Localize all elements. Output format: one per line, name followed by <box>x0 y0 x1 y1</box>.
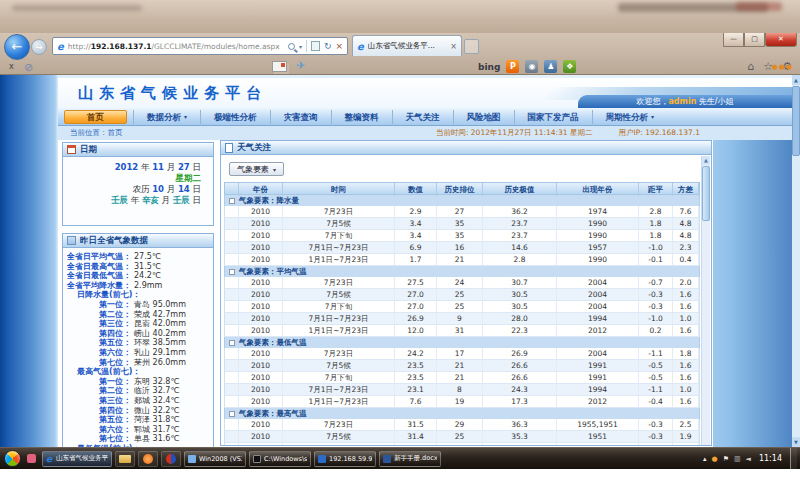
scroll-up-icon[interactable]: ▲ <box>702 156 710 165</box>
blocked-icon[interactable]: ⊘ <box>24 61 33 74</box>
close-button[interactable]: ✕ <box>765 33 797 47</box>
browser-tab[interactable]: e 山东省气候业务平... × <box>352 35 462 56</box>
nav-item-9[interactable]: 周期性分析▾ <box>592 110 668 124</box>
share-icon[interactable]: ❖ <box>563 60 576 73</box>
table-row[interactable]: 20107月23日31.52936.31955,1951-0.32.5 <box>224 419 700 431</box>
group-row[interactable]: 气象要素：平均气温 <box>224 266 700 277</box>
minimize-button[interactable]: — <box>723 33 744 47</box>
element-dropdown-button[interactable]: 气象要素 ▾ <box>229 162 284 176</box>
scrollbar-thumb[interactable] <box>792 86 800 156</box>
camera-icon[interactable]: ◉ <box>525 60 538 73</box>
table-row[interactable]: 20107月23日24.21726.92004-1.11.8 <box>224 348 700 360</box>
table-row[interactable]: 20107月23日27.52430.72004-0.72.0 <box>224 277 700 289</box>
nav-item-1[interactable]: 首页 <box>64 110 127 124</box>
new-tab-button[interactable] <box>464 39 479 54</box>
table-row[interactable]: 20107月1日~7月23日26.9928.01994-1.01.0 <box>224 313 700 325</box>
address-bar[interactable]: e http://192.168.137.1/GLCCLIMATE/module… <box>52 37 348 55</box>
checkbox[interactable] <box>229 411 235 417</box>
browser-scrollbar[interactable]: ▲ ▼ <box>792 75 800 447</box>
scrollbar-thumb[interactable] <box>702 166 710 221</box>
table-row[interactable]: 20107月5候27.02530.52004-0.31.6 <box>224 289 700 301</box>
taskbar-window-button-4[interactable]: 新手手册.docx … <box>379 451 441 467</box>
table-row[interactable]: 20107月5候3.43523.719901.84.8 <box>224 218 700 230</box>
back-button[interactable]: ← <box>4 34 30 60</box>
table-cell: 1994 <box>557 313 639 324</box>
table-cell: 26.6 <box>483 360 557 371</box>
table-cell: 2010 <box>239 206 283 217</box>
search-icon[interactable] <box>288 43 295 50</box>
group-row[interactable]: 气象要素：降水量 <box>224 195 700 206</box>
nav-item-6[interactable]: 天气关注 <box>392 110 453 124</box>
explorer-button[interactable] <box>115 451 135 467</box>
clock[interactable]: 11:14 <box>759 454 782 463</box>
table-row[interactable]: 20107月5候31.42535.31951-0.31.9 <box>224 431 700 443</box>
rank-row: 第三位：郯城 32.4℃ <box>65 396 211 406</box>
taskbar-window-button-1[interactable]: Win2008 (VS2... <box>184 451 246 467</box>
pinned-app-button[interactable] <box>138 451 158 467</box>
taskbar-window-button-3[interactable]: 192.168.59.99... <box>314 451 376 467</box>
volume-icon[interactable]: ◄ <box>746 454 751 464</box>
photos-icon[interactable] <box>272 61 287 72</box>
table-cell: 12.0 <box>395 325 437 336</box>
overflow-dots-icon[interactable]: ●●● <box>772 63 793 71</box>
hidden-icons-chevron[interactable]: ▴ <box>703 454 707 464</box>
taskbar-window-button-2[interactable]: C:\Windows\s... <box>249 451 311 467</box>
nav-item-2[interactable]: 数据分析▾ <box>133 110 200 124</box>
panel-scrollbar[interactable]: ▲ <box>701 156 710 445</box>
group-row[interactable]: 气象要素：最低气温 <box>224 337 700 348</box>
close-tab-icon[interactable]: × <box>450 42 457 51</box>
checkbox[interactable] <box>229 198 235 204</box>
pinned-app-icon[interactable] <box>27 454 36 463</box>
show-desktop-button[interactable] <box>790 448 797 470</box>
bing-app-icon[interactable]: P <box>506 60 519 73</box>
maximize-button[interactable]: ▢ <box>744 33 765 47</box>
contact-icon[interactable]: ♟ <box>544 60 557 73</box>
checkbox[interactable] <box>229 340 235 346</box>
table-cell: 25 <box>437 443 483 446</box>
checkbox[interactable] <box>229 269 235 275</box>
scroll-down-icon[interactable]: ▼ <box>792 437 800 447</box>
table-row[interactable]: 20107月23日2.92736.219742.87.6 <box>224 206 700 218</box>
table-row[interactable]: 20101月1日~7月23日7.61917.32012-0.41.6 <box>224 396 700 408</box>
table-cell: -0.3 <box>639 301 673 312</box>
table-row[interactable]: 20107月下旬27.02530.52004-0.31.6 <box>224 301 700 313</box>
table-row[interactable]: 20107月下旬23.52126.61991-0.51.6 <box>224 372 700 384</box>
close-bar-icon[interactable]: x <box>9 62 14 71</box>
table-cell: 2010 <box>239 218 283 229</box>
mail-icon[interactable]: ✈ <box>296 59 305 72</box>
nav-item-5[interactable]: 整编资料 <box>331 110 392 124</box>
welcome-suffix: 先生/小姐 <box>696 97 733 106</box>
table-row[interactable]: 20107月下旬3.43523.719901.84.8 <box>224 230 700 242</box>
refresh-icon[interactable]: ↻ <box>324 41 332 51</box>
network-icon[interactable]: ▥ <box>734 454 741 464</box>
table-row[interactable]: 20107月1日~7月23日23.1824.31994-1.11.0 <box>224 384 700 396</box>
column-header: 数值 <box>395 183 437 196</box>
table-row[interactable]: 20107月1日~7月23日6.91614.61957-1.02.3 <box>224 242 700 254</box>
start-button[interactable] <box>4 450 21 467</box>
column-header: 时间 <box>283 183 395 196</box>
nav-item-4[interactable]: 灾害查询 <box>270 110 331 124</box>
lunar-day: 14 <box>178 184 190 194</box>
stop-icon[interactable]: × <box>335 41 343 51</box>
nav-item-8[interactable]: 国家下发产品 <box>514 110 592 124</box>
scroll-up-icon[interactable]: ▲ <box>792 75 800 85</box>
word-icon <box>383 455 391 463</box>
table-row[interactable]: 20101月1日~7月23日12.03122.320120.21.6 <box>224 325 700 337</box>
taskbar-ie-window[interactable]: e 山东省气候业务平… <box>42 451 112 467</box>
pinned-app-button[interactable] <box>161 451 181 467</box>
chevron-down-icon[interactable]: ▾ <box>299 43 302 50</box>
action-center-flag-icon[interactable]: ⚑ <box>723 454 729 464</box>
compatibility-view-icon[interactable] <box>311 41 320 51</box>
bing-logo[interactable]: bing <box>478 62 500 72</box>
rank-value: 青岛 95.0mm <box>134 300 186 310</box>
home-icon[interactable]: ⌂ <box>747 60 754 73</box>
nav-item-3[interactable]: 极端性分析 <box>200 110 270 124</box>
group-row[interactable]: 气象要素：最高气温 <box>224 408 700 419</box>
nav-item-7[interactable]: 风险地图 <box>453 110 514 124</box>
table-row[interactable]: 20107月5候23.52126.61991-0.51.6 <box>224 360 700 372</box>
table-cell: 1.9 <box>673 443 699 446</box>
table-row[interactable]: 20107月下旬31.42535.31951-0.31.9 <box>224 443 700 446</box>
table-row[interactable]: 20101月1日~7月23日1.7212.81990-0.10.4 <box>224 254 700 266</box>
tray-app-icon[interactable]: ● <box>712 454 718 464</box>
forward-button[interactable]: → <box>31 39 47 55</box>
